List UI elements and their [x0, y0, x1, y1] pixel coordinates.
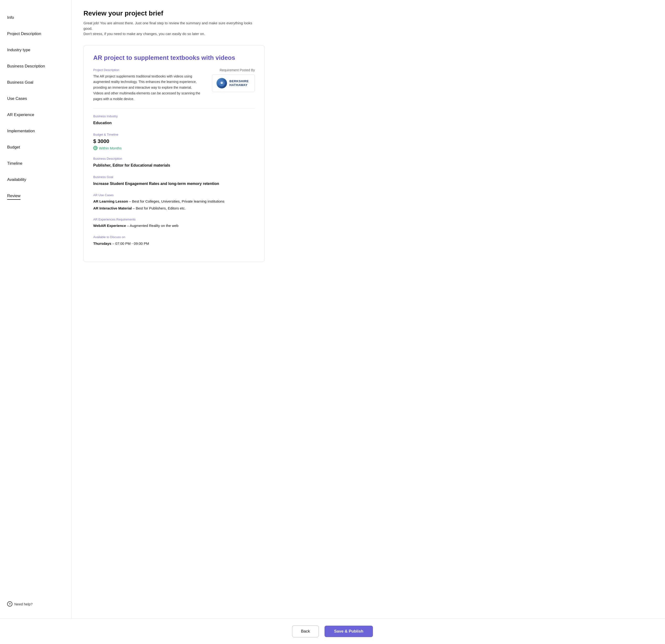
- save-publish-button[interactable]: Save & Publish: [324, 626, 373, 637]
- available-dash: –: [112, 241, 115, 246]
- list-item: AR Learning Lesson – Best for Colleges, …: [93, 199, 255, 204]
- project-desc-label: Project Description: [93, 68, 203, 72]
- ar-use-cases-section: AR Use Cases AR Learning Lesson – Best f…: [93, 193, 255, 211]
- business-goal-section: Business Goal Increase Student Engagemen…: [93, 175, 255, 187]
- sidebar-item-review[interactable]: Review: [7, 188, 64, 202]
- help-icon: ?: [7, 601, 13, 607]
- ar-experiences-section: AR Experiences Requirements WebAR Experi…: [93, 218, 255, 229]
- footer: Back Save & Publish: [0, 619, 665, 644]
- clock-icon: [93, 146, 97, 150]
- business-industry-section: Business Industry Education: [93, 114, 255, 126]
- project-desc-text: The AR project supplements traditional t…: [93, 74, 203, 102]
- sidebar-navigation: InfoProject DescriptionIndustry typeBusi…: [7, 9, 64, 202]
- sidebar-item-industry-type[interactable]: Industry type: [7, 42, 64, 58]
- project-desc-row: Project Description The AR project suppl…: [93, 68, 255, 102]
- sidebar: InfoProject DescriptionIndustry typeBusi…: [0, 0, 72, 619]
- project-description-section: Project Description The AR project suppl…: [93, 68, 203, 102]
- sidebar-item-label-budget: Budget: [7, 141, 64, 153]
- brief-title: AR project to supplement textbooks with …: [93, 54, 255, 61]
- sidebar-item-business-description[interactable]: Business Description: [7, 58, 64, 74]
- available-value: Thursdays – 07:00 PM - 09:00 PM: [93, 241, 255, 247]
- business-description-section: Business Description Publisher, Editor f…: [93, 157, 255, 169]
- list-item: AR Interactive Material – Best for Publi…: [93, 206, 255, 211]
- help-link[interactable]: ? Need help?: [7, 601, 64, 607]
- posted-by-label: Requirement Posted By: [220, 68, 255, 72]
- company-logo-svg: [218, 80, 225, 86]
- ar-experiences-list: WebAR Experience – Augmented Reality on …: [93, 223, 255, 229]
- available-day: Thursdays: [93, 241, 111, 246]
- company-name: BERKSHIRE HATHAWAY: [229, 79, 249, 87]
- sidebar-item-availability[interactable]: Availability: [7, 172, 64, 188]
- business-goal-value: Increase Student Engagement Rates and lo…: [93, 181, 255, 187]
- main-content: Review your project brief Great job! You…: [72, 0, 665, 619]
- timeline-label: Within Months: [99, 146, 121, 150]
- help-label: Need help?: [14, 602, 33, 606]
- ar-experiences-label: AR Experiences Requirements: [93, 218, 255, 221]
- brief-card: AR project to supplement textbooks with …: [83, 45, 265, 262]
- sidebar-item-label-timeline: Timeline: [7, 158, 64, 169]
- sidebar-item-info[interactable]: Info: [7, 9, 64, 26]
- sidebar-item-label-use-cases: Use Cases: [7, 93, 64, 104]
- sidebar-item-implementation[interactable]: Implementation: [7, 123, 64, 139]
- sidebar-item-label-info: Info: [7, 12, 64, 23]
- sidebar-item-label-business-goal: Business Goal: [7, 77, 64, 88]
- sidebar-item-label-project-description: Project Description: [7, 28, 64, 40]
- business-desc-label: Business Description: [93, 157, 255, 160]
- availability-section: Available to Discuss on Thursdays – 07:0…: [93, 235, 255, 247]
- company-logo-box: BERKSHIRE HATHAWAY: [212, 74, 255, 92]
- budget-timeline-label: Budget & Timeline: [93, 133, 255, 136]
- budget-amount: $ 3000: [93, 138, 255, 144]
- sidebar-item-budget[interactable]: Budget: [7, 139, 64, 155]
- business-industry-label: Business Industry: [93, 114, 255, 118]
- back-button[interactable]: Back: [292, 625, 319, 637]
- page-title: Review your project brief: [83, 9, 653, 17]
- list-item: WebAR Experience – Augmented Reality on …: [93, 223, 255, 229]
- sidebar-item-project-description[interactable]: Project Description: [7, 26, 64, 42]
- sidebar-item-label-business-description: Business Description: [7, 61, 64, 72]
- sidebar-item-label-review: Review: [7, 190, 20, 200]
- timeline-badge: Within Months: [93, 146, 255, 150]
- sidebar-item-timeline[interactable]: Timeline: [7, 155, 64, 172]
- sidebar-item-label-availability: Availability: [7, 174, 64, 186]
- company-logo-icon: [216, 78, 227, 89]
- business-desc-value: Publisher, Editor for Educational materi…: [93, 162, 255, 169]
- sidebar-item-ar-experience[interactable]: AR Experience: [7, 107, 64, 123]
- sidebar-item-use-cases[interactable]: Use Cases: [7, 91, 64, 107]
- page-subtitle: Great job! You are almost there. Just on…: [83, 20, 255, 37]
- posted-by-section: Requirement Posted By BERKSHIRE: [210, 68, 255, 102]
- sidebar-item-business-goal[interactable]: Business Goal: [7, 74, 64, 91]
- ar-use-cases-label: AR Use Cases: [93, 193, 255, 197]
- sidebar-item-label-industry-type: Industry type: [7, 44, 64, 56]
- business-industry-value: Education: [93, 120, 255, 126]
- sidebar-item-label-implementation: Implementation: [7, 125, 64, 137]
- sidebar-item-label-ar-experience: AR Experience: [7, 109, 64, 121]
- use-cases-list: AR Learning Lesson – Best for Colleges, …: [93, 199, 255, 211]
- available-label: Available to Discuss on: [93, 235, 255, 239]
- available-time: 07:00 PM - 09:00 PM: [115, 241, 149, 246]
- svg-point-1: [221, 82, 223, 84]
- business-goal-label: Business Goal: [93, 175, 255, 179]
- budget-timeline-section: Budget & Timeline $ 3000 Within Months: [93, 133, 255, 150]
- svg-line-4: [95, 148, 96, 149]
